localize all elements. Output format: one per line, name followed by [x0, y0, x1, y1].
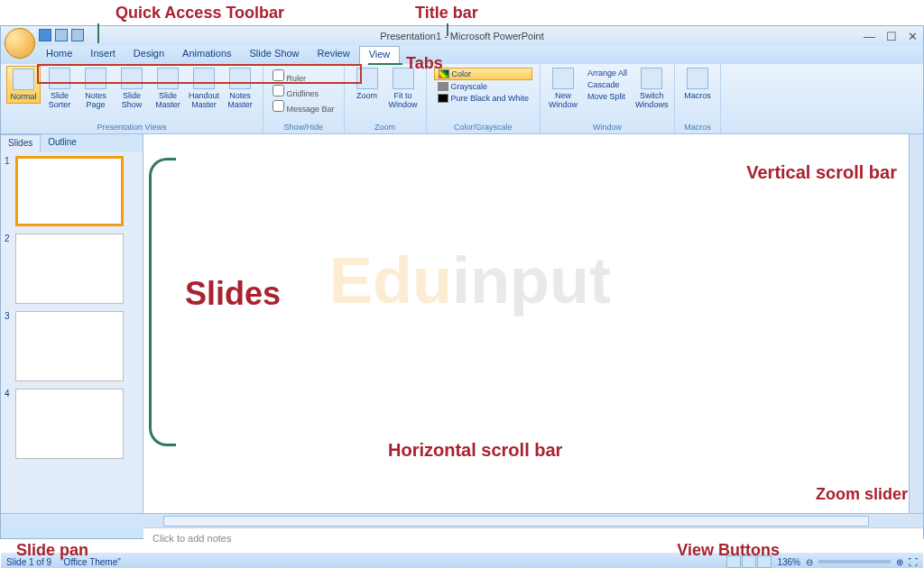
group-label: Window	[546, 121, 669, 133]
zoom-in-icon[interactable]: ⊕	[896, 557, 903, 567]
group-label: Macros	[680, 121, 715, 133]
group-color-grayscale: Color Grayscale Pure Black and White Col…	[427, 64, 541, 133]
slide-sorter-button[interactable]: Slide Sorter	[42, 66, 77, 111]
normal-button[interactable]: Normal	[6, 66, 41, 104]
color-mode-button[interactable]: Color	[434, 68, 533, 80]
notes-page-button[interactable]: Notes Page	[79, 66, 113, 111]
outline-tab[interactable]: Outline	[41, 134, 84, 152]
slide-master-button[interactable]: Slide Master	[151, 66, 185, 111]
switch-windows-button[interactable]: Switch Windows	[634, 66, 669, 111]
bw-mode-button[interactable]: Pure Black and White	[434, 93, 533, 104]
annotation-hscroll: Horizontal scroll bar	[388, 440, 562, 461]
tab-insert[interactable]: Insert	[81, 46, 125, 64]
annotation-tabs: Tabs	[406, 54, 443, 73]
annotation-slides: Slides	[185, 275, 281, 313]
zoom-button[interactable]: Zoom	[350, 66, 384, 102]
close-icon[interactable]: ✕	[908, 30, 918, 43]
tab-view[interactable]: View	[359, 46, 401, 64]
ribbon-tabs: Home Insert Design Animations Slide Show…	[1, 46, 923, 64]
save-icon[interactable]	[39, 29, 51, 41]
annotation-slidepan: Slide pan	[16, 541, 88, 560]
slide-thumbnail[interactable]	[15, 311, 124, 381]
macros-button[interactable]: Macros	[680, 66, 715, 102]
vertical-scrollbar[interactable]	[909, 134, 923, 513]
tab-review[interactable]: Review	[309, 46, 359, 64]
minimize-icon[interactable]: —	[864, 30, 875, 43]
zoom-out-icon[interactable]: ⊖	[806, 557, 813, 567]
tab-slideshow[interactable]: Slide Show	[241, 46, 309, 64]
brace-slides	[149, 158, 176, 446]
annotation-viewbtns: View Buttons	[677, 541, 780, 560]
tab-home[interactable]: Home	[37, 46, 81, 64]
cascade-button[interactable]: Cascade	[584, 79, 631, 90]
handout-master-button[interactable]: Handout Master	[187, 66, 221, 111]
quick-access-toolbar	[39, 29, 84, 41]
new-window-button[interactable]: New Window	[546, 66, 580, 111]
maximize-icon[interactable]: ☐	[886, 30, 897, 43]
line-titlebar	[447, 23, 448, 36]
notes-master-button[interactable]: Notes Master	[223, 66, 257, 111]
line-qat	[97, 23, 99, 43]
group-label: Color/Grayscale	[432, 121, 535, 133]
slide-thumbnail[interactable]	[15, 389, 124, 459]
grayscale-mode-button[interactable]: Grayscale	[434, 81, 533, 92]
group-macros: Macros Macros	[675, 64, 721, 133]
notes-pane[interactable]: Click to add notes	[143, 527, 923, 553]
annotation-zoom: Zoom slider	[816, 485, 908, 504]
title-bar: Presentation1 - Microsoft PowerPoint — ☐…	[1, 26, 923, 46]
arrange-all-button[interactable]: Arrange All	[584, 68, 631, 78]
group-label: Presentation Views	[6, 121, 257, 133]
messagebar-checkbox[interactable]: Message Bar	[273, 100, 335, 114]
group-window: New Window Arrange All Cascade Move Spli…	[541, 64, 675, 133]
ruler-checkbox[interactable]: Ruler	[273, 69, 335, 83]
window-controls: — ☐ ✕	[864, 30, 918, 43]
tab-design[interactable]: Design	[125, 46, 173, 64]
slide-thumbnail[interactable]	[15, 156, 124, 226]
slides-tab[interactable]: Slides	[1, 134, 41, 152]
slide-thumbnail[interactable]	[15, 234, 124, 304]
office-button[interactable]	[5, 28, 35, 59]
thumbnail-list: 1 2 3 4	[1, 152, 143, 513]
move-split-button[interactable]: Move Split	[584, 91, 631, 102]
slideshow-button[interactable]: Slide Show	[115, 66, 149, 111]
redo-icon[interactable]	[71, 29, 84, 41]
powerpoint-window: Presentation1 - Microsoft PowerPoint — ☐…	[0, 25, 924, 539]
zoom-slider[interactable]	[818, 560, 891, 563]
group-label: Show/Hide	[269, 121, 338, 133]
annotation-qat: Quick Access Toolbar	[116, 4, 284, 23]
status-bar: Slide 1 of 9 "Office Theme" 136% ⊖ ⊕ ⛶	[1, 553, 923, 568]
horizontal-scrollbar[interactable]	[1, 513, 923, 527]
zoom-percent: 136%	[777, 557, 800, 567]
ribbon: Normal Slide Sorter Notes Page Slide Sho…	[1, 64, 923, 134]
fit-icon[interactable]: ⛶	[909, 557, 918, 567]
group-zoom: Zoom Fit to Window Zoom	[345, 64, 427, 133]
slide-panel: Slides Outline 1 2 3 4	[1, 134, 143, 513]
line-tabs	[368, 63, 402, 65]
undo-icon[interactable]	[55, 29, 68, 41]
tab-animations[interactable]: Animations	[173, 46, 240, 64]
window-title: Presentation1 - Microsoft PowerPoint	[380, 31, 544, 41]
annotation-vscroll: Vertical scroll bar	[746, 162, 897, 183]
group-presentation-views: Normal Slide Sorter Notes Page Slide Sho…	[1, 64, 263, 133]
gridlines-checkbox[interactable]: Gridlines	[273, 85, 335, 98]
group-show-hide: Ruler Gridlines Message Bar Show/Hide	[263, 64, 345, 133]
group-label: Zoom	[350, 121, 420, 133]
annotation-titlebar: Title bar	[415, 4, 478, 23]
